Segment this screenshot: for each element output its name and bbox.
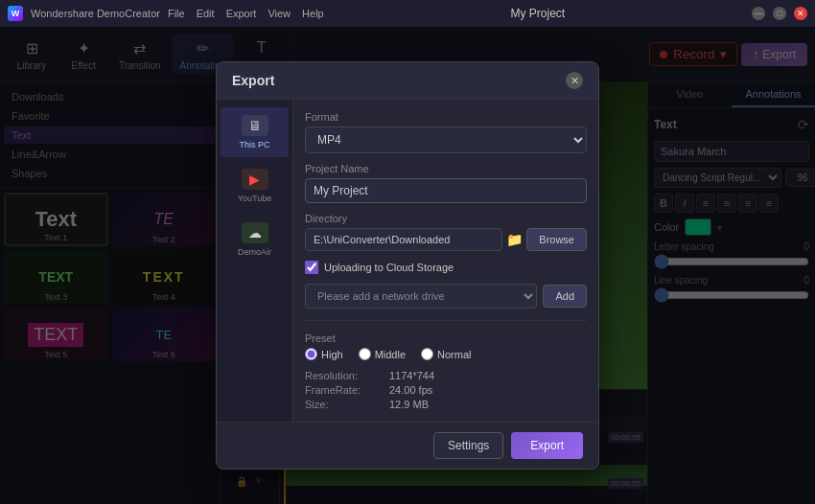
modal-dest-youtube-label: YouTube <box>238 194 271 203</box>
cloud-upload-row: Uploading to Cloud Storage <box>305 261 587 274</box>
modal-close-button[interactable]: ✕ <box>566 72 583 89</box>
app-name: Wondershare DemoCreator <box>31 8 160 19</box>
directory-row: 📁 Browse <box>305 228 587 251</box>
export-modal: Export ✕ 🖥 This PC ▶ YouTube ☁ DemoAir <box>216 61 599 470</box>
modal-dest-demoair-label: DemoAir <box>238 247 271 257</box>
spec-size: Size: 12.9 MB <box>305 399 587 410</box>
window-controls: — □ ✕ <box>752 7 807 20</box>
youtube-icon: ▶ <box>242 169 268 190</box>
window-minimize[interactable]: — <box>752 7 765 20</box>
modal-main: Format MP4 AVI MOV GIF Project Name <box>293 100 598 422</box>
modal-header: Export ✕ <box>217 62 598 100</box>
menu-edit[interactable]: Edit <box>197 8 215 19</box>
modal-title: Export <box>232 73 274 88</box>
menu-bar: File Edit Export View Help <box>168 8 324 19</box>
modal-dest-pc-label: This PC <box>239 140 269 149</box>
format-field: Format MP4 AVI MOV GIF <box>305 111 587 153</box>
network-drive-select[interactable]: Please add a network drive <box>305 284 537 309</box>
add-network-button[interactable]: Add <box>543 285 587 308</box>
format-row: MP4 AVI MOV GIF <box>305 126 587 153</box>
specs-row: Resolution: 1174*744 FrameRate: 24.00 fp… <box>305 370 587 410</box>
window-close[interactable]: ✕ <box>794 7 807 20</box>
demoair-icon: ☁ <box>242 222 268 243</box>
directory-label: Directory <box>305 213 587 224</box>
spec-resolution: Resolution: 1174*744 <box>305 370 587 381</box>
cloud-upload-checkbox[interactable] <box>305 261 318 274</box>
settings-button[interactable]: Settings <box>433 432 503 459</box>
title-bar: W Wondershare DemoCreator File Edit Expo… <box>0 0 815 27</box>
modal-dest-youtube[interactable]: ▶ YouTube <box>221 161 289 211</box>
title-bar-left: W Wondershare DemoCreator File Edit Expo… <box>8 6 324 21</box>
menu-export[interactable]: Export <box>226 8 257 19</box>
cloud-upload-label: Uploading to Cloud Storage <box>324 262 454 273</box>
network-drive-row: Please add a network drive Add <box>305 284 587 309</box>
export-modal-button[interactable]: Export <box>511 432 583 459</box>
preset-field: Preset High Middle Normal <box>305 332 587 360</box>
preset-row: High Middle Normal <box>305 348 587 360</box>
menu-view[interactable]: View <box>268 8 291 19</box>
preset-normal[interactable]: Normal <box>421 348 471 360</box>
spec-framerate: FrameRate: 24.00 fps <box>305 384 587 396</box>
folder-icon: 📁 <box>506 232 523 247</box>
window-maximize[interactable]: □ <box>773 7 786 20</box>
app-logo: W <box>8 6 23 21</box>
preset-label: Preset <box>305 332 587 344</box>
modal-overlay: Export ✕ 🖥 This PC ▶ YouTube ☁ DemoAir <box>0 27 815 504</box>
modal-sidebar: 🖥 This PC ▶ YouTube ☁ DemoAir <box>217 100 293 422</box>
directory-field: Directory 📁 Browse <box>305 213 587 251</box>
modal-dest-pc[interactable]: 🖥 This PC <box>221 107 289 157</box>
modal-body: 🖥 This PC ▶ YouTube ☁ DemoAir Format <box>217 100 598 422</box>
modal-dest-demoair[interactable]: ☁ DemoAir <box>221 215 289 264</box>
modal-footer: Settings Export <box>217 422 598 469</box>
project-name-label: Project Name <box>305 163 587 174</box>
format-select[interactable]: MP4 AVI MOV GIF <box>305 126 587 153</box>
project-name-field: Project Name <box>305 163 587 203</box>
project-title: My Project <box>511 7 566 20</box>
browse-button[interactable]: Browse <box>526 228 587 251</box>
menu-help[interactable]: Help <box>302 8 324 19</box>
format-label: Format <box>305 111 587 123</box>
preset-high[interactable]: High <box>305 348 343 360</box>
preset-middle[interactable]: Middle <box>359 348 406 360</box>
project-name-input[interactable] <box>305 178 587 203</box>
directory-input[interactable] <box>305 228 502 251</box>
menu-file[interactable]: File <box>168 8 185 19</box>
pc-icon: 🖥 <box>242 115 268 136</box>
modal-divider <box>305 320 587 321</box>
